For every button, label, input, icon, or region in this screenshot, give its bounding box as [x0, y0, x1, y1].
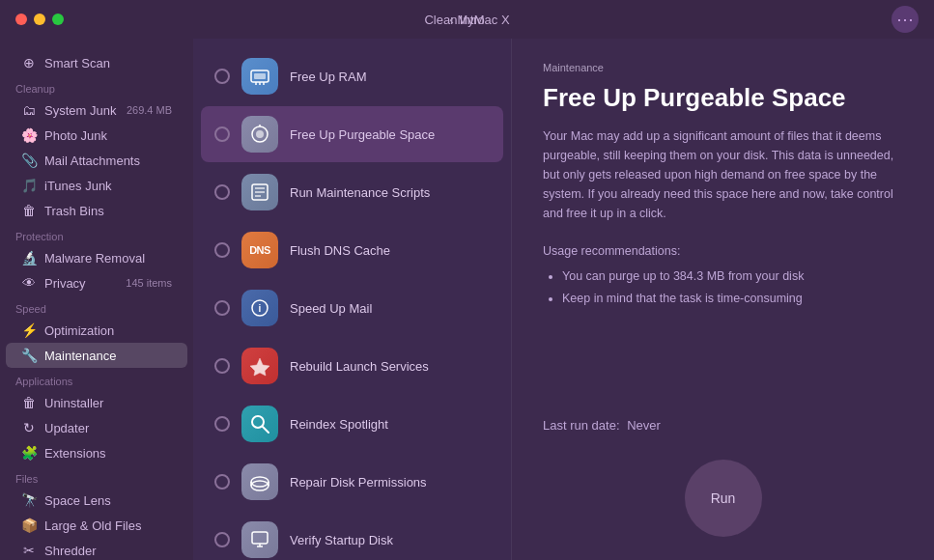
sidebar-item-space-lens[interactable]: 🔭 Space Lens: [6, 488, 187, 513]
flush-dns-icon: DNS: [241, 232, 278, 268]
main-layout: ⊕ Smart Scan Cleanup 🗂 System Junk 269.4…: [0, 39, 934, 560]
maint-radio-speed-up-mail[interactable]: [214, 300, 230, 316]
maint-radio-flush-dns[interactable]: [214, 242, 230, 258]
reindex-spotlight-icon: [241, 406, 278, 442]
svg-line-15: [263, 427, 269, 433]
maint-radio-free-up-purgeable[interactable]: [214, 126, 230, 142]
maint-item-reindex-spotlight[interactable]: Reindex Spotlight: [201, 396, 503, 452]
maint-item-verify-startup[interactable]: Verify Startup Disk: [201, 512, 503, 560]
avatar[interactable]: ⋯: [892, 6, 919, 33]
updater-icon: ↻: [21, 420, 37, 435]
sidebar-item-malware-removal[interactable]: 🔬 Malware Removal: [6, 245, 187, 270]
usage-list: You can purge up to 384.3 MB from your d…: [543, 266, 903, 309]
maint-label-verify-startup: Verify Startup Disk: [290, 533, 393, 547]
close-button[interactable]: [15, 14, 27, 25]
free-up-ram-icon: [241, 58, 278, 95]
section-cleanup: Cleanup: [0, 75, 193, 98]
sidebar-item-label: Malware Removal: [44, 251, 145, 266]
privacy-badge: 145 items: [126, 277, 172, 289]
detail-panel: Maintenance Free Up Purgeable Space Your…: [512, 39, 934, 560]
maint-item-run-maintenance[interactable]: Run Maintenance Scripts: [201, 164, 503, 220]
optimization-icon: ⚡: [21, 322, 37, 338]
large-old-files-icon: 📦: [21, 518, 37, 533]
maint-radio-reindex-spotlight[interactable]: [214, 416, 230, 432]
sidebar-item-system-junk[interactable]: 🗂 System Junk 269.4 MB: [6, 98, 187, 123]
sidebar-item-label: Extensions: [44, 446, 106, 461]
sidebar-item-label: Uninstaller: [44, 396, 103, 410]
sidebar-item-label: Trash Bins: [44, 204, 104, 218]
maintenance-icon: 🔧: [21, 348, 37, 363]
sidebar-item-uninstaller[interactable]: 🗑 Uninstaller: [6, 390, 187, 415]
mail-attachments-icon: 📎: [21, 153, 37, 168]
shredder-icon: ✂: [21, 543, 37, 558]
traffic-lights: [15, 14, 64, 25]
maint-radio-repair-disk[interactable]: [214, 474, 230, 490]
system-junk-badge: 269.4 MB: [127, 104, 172, 116]
free-up-purgeable-icon: [241, 116, 278, 153]
maint-label-flush-dns: Flush DNS Cache: [290, 243, 390, 258]
speed-up-mail-icon: i: [241, 290, 278, 326]
maint-radio-verify-startup[interactable]: [214, 532, 230, 547]
maint-item-flush-dns[interactable]: DNS Flush DNS Cache: [201, 222, 503, 278]
sidebar: ⊕ Smart Scan Cleanup 🗂 System Junk 269.4…: [0, 39, 193, 560]
detail-title: Free Up Purgeable Space: [543, 83, 903, 113]
maint-radio-run-maintenance[interactable]: [214, 184, 230, 200]
last-run-label: Last run date:: [543, 418, 620, 433]
sidebar-item-extensions[interactable]: 🧩 Extensions: [6, 440, 187, 465]
last-run: Last run date: Never: [543, 399, 903, 433]
sidebar-item-updater[interactable]: ↻ Updater: [6, 415, 187, 440]
sidebar-item-optimization[interactable]: ⚡ Optimization: [6, 318, 187, 343]
last-run-value: Never: [627, 418, 661, 433]
sidebar-item-smart-scan[interactable]: ⊕ Smart Scan: [6, 50, 187, 75]
smart-scan-icon: ⊕: [21, 55, 37, 70]
maint-item-speed-up-mail[interactable]: i Speed Up Mail: [201, 280, 503, 336]
sidebar-item-label: Shredder: [44, 544, 96, 558]
maint-label-free-up-ram: Free Up RAM: [290, 70, 366, 84]
system-junk-icon: 🗂: [21, 102, 37, 118]
maint-radio-free-up-ram[interactable]: [214, 69, 230, 84]
maint-label-free-up-purgeable: Free Up Purgeable Space: [290, 127, 435, 142]
sidebar-item-label: Updater: [44, 421, 89, 435]
sidebar-item-label: Large & Old Files: [44, 518, 141, 533]
run-button[interactable]: Run: [685, 460, 762, 537]
sidebar-item-shredder[interactable]: ✂ Shredder: [6, 538, 187, 560]
usage-item-1: Keep in mind that the task is time-consu…: [562, 288, 903, 310]
usage-item-0: You can purge up to 384.3 MB from your d…: [562, 266, 903, 288]
sidebar-item-maintenance[interactable]: 🔧 Maintenance: [6, 343, 187, 368]
sidebar-item-label: System Junk: [44, 103, 116, 118]
malware-removal-icon: 🔬: [21, 250, 37, 266]
maint-item-repair-disk[interactable]: Repair Disk Permissions: [201, 454, 503, 510]
maint-radio-rebuild-launch[interactable]: [214, 358, 230, 374]
sidebar-item-trash-bins[interactable]: 🗑 Trash Bins: [6, 198, 187, 223]
maint-item-free-up-purgeable[interactable]: Free Up Purgeable Space: [201, 106, 503, 162]
svg-point-14: [252, 416, 264, 428]
extensions-icon: 🧩: [21, 445, 37, 461]
maint-label-reindex-spotlight: Reindex Spotlight: [290, 417, 388, 432]
sidebar-item-label: Mail Attachments: [44, 154, 140, 168]
sidebar-item-photo-junk[interactable]: 🌸 Photo Junk: [6, 123, 187, 148]
maint-item-free-up-ram[interactable]: Free Up RAM: [201, 48, 503, 104]
section-speed: Speed: [0, 295, 193, 318]
rebuild-launch-icon: [241, 348, 278, 384]
photo-junk-icon: 🌸: [21, 127, 37, 143]
user-avatar[interactable]: ⋯: [892, 6, 919, 33]
usage-recommendations-label: Usage recommendations:: [543, 244, 903, 258]
sidebar-item-label: Maintenance: [44, 349, 116, 363]
section-applications: Applications: [0, 368, 193, 390]
sidebar-item-large-old-files[interactable]: 📦 Large & Old Files: [6, 513, 187, 538]
sidebar-item-privacy[interactable]: 👁 Privacy 145 items: [6, 270, 187, 295]
svg-text:i: i: [259, 303, 262, 314]
svg-rect-20: [252, 532, 268, 544]
chevron-left-icon[interactable]: ‹: [449, 12, 454, 27]
sidebar-item-itunes-junk[interactable]: 🎵 iTunes Junk: [6, 173, 187, 198]
minimize-button[interactable]: [34, 14, 45, 25]
breadcrumb-back[interactable]: Intro: [460, 13, 485, 27]
maint-label-rebuild-launch: Rebuild Launch Services: [290, 359, 429, 374]
itunes-junk-icon: 🎵: [21, 178, 37, 193]
maint-item-rebuild-launch[interactable]: Rebuild Launch Services: [201, 338, 503, 394]
privacy-icon: 👁: [21, 275, 37, 291]
maximize-button[interactable]: [52, 14, 64, 25]
sidebar-item-mail-attachments[interactable]: 📎 Mail Attachments: [6, 148, 187, 173]
maint-label-speed-up-mail: Speed Up Mail: [290, 301, 372, 316]
space-lens-icon: 🔭: [21, 492, 37, 508]
